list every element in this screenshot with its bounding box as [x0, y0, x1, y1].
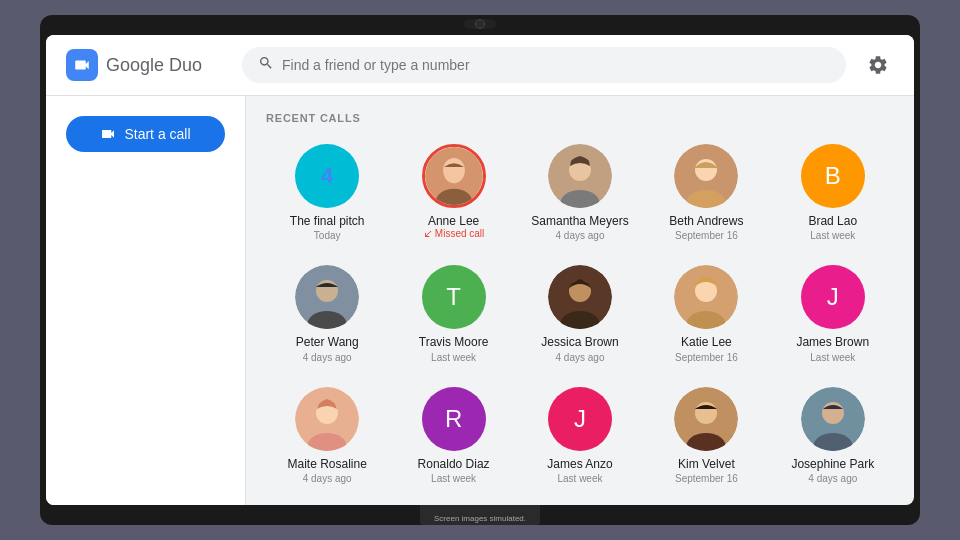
- recent-calls-title: RECENT CALLS: [266, 112, 894, 124]
- app-logo-text: Google Duo: [106, 55, 202, 76]
- contacts-grid: 4 The final pitch Today Anne Lee Missed …: [266, 136, 894, 492]
- contact-name-maite-rosaline: Maite Rosaline: [288, 457, 367, 471]
- contact-info-beth-andrews: September 16: [675, 230, 738, 241]
- avatar-josephine-park: [801, 387, 865, 451]
- contact-info-kim-velvet: September 16: [675, 473, 738, 484]
- contact-info-the-final-pitch: Today: [314, 230, 341, 241]
- avatar-anne-lee: [422, 144, 486, 208]
- avatar-peter-wang: [295, 265, 359, 329]
- avatar-katie-lee: [674, 265, 738, 329]
- contact-item-josephine-park[interactable]: Josephine Park 4 days ago: [772, 379, 894, 492]
- contact-item-anne-lee[interactable]: Anne Lee Missed call: [392, 136, 514, 249]
- avatar-kim-velvet: [674, 387, 738, 451]
- contact-item-jessica-brown[interactable]: Jessica Brown 4 days ago: [519, 257, 641, 370]
- contact-info-maite-rosaline: 4 days ago: [303, 473, 352, 484]
- app-header: Google Duo: [46, 35, 914, 96]
- contact-item-the-final-pitch[interactable]: 4 The final pitch Today: [266, 136, 388, 249]
- contact-info-brad-lao: Last week: [810, 230, 855, 241]
- contact-item-ronaldo-diaz[interactable]: R Ronaldo Diaz Last week: [392, 379, 514, 492]
- avatar-the-final-pitch: 4: [295, 144, 359, 208]
- missed-call-indicator: Missed call: [423, 228, 484, 239]
- contact-name-beth-andrews: Beth Andrews: [669, 214, 743, 228]
- contact-info-samantha-meyers: 4 days ago: [556, 230, 605, 241]
- avatar-ronaldo-diaz: R: [422, 387, 486, 451]
- contact-info-peter-wang: 4 days ago: [303, 352, 352, 363]
- avatar-beth-andrews: [674, 144, 738, 208]
- contact-item-james-brown[interactable]: J James Brown Last week: [772, 257, 894, 370]
- tv-frame: Google Duo: [40, 15, 920, 525]
- svg-point-3: [444, 159, 464, 179]
- contact-name-ronaldo-diaz: Ronaldo Diaz: [418, 457, 490, 471]
- contact-name-brad-lao: Brad Lao: [808, 214, 857, 228]
- tv-camera: [464, 19, 496, 29]
- start-call-label: Start a call: [124, 126, 190, 142]
- contact-info-travis-moore: Last week: [431, 352, 476, 363]
- contact-item-maite-rosaline[interactable]: Maite Rosaline 4 days ago: [266, 379, 388, 492]
- contact-name-travis-moore: Travis Moore: [419, 335, 489, 349]
- avatar-james-anzo: J: [548, 387, 612, 451]
- contact-name-jessica-brown: Jessica Brown: [541, 335, 618, 349]
- contact-name-kim-velvet: Kim Velvet: [678, 457, 735, 471]
- contact-info-james-brown: Last week: [810, 352, 855, 363]
- contact-name-the-final-pitch: The final pitch: [290, 214, 365, 228]
- contact-item-kim-velvet[interactable]: Kim Velvet September 16: [645, 379, 767, 492]
- contact-name-james-brown: James Brown: [796, 335, 869, 349]
- avatar-travis-moore: T: [422, 265, 486, 329]
- contact-name-peter-wang: Peter Wang: [296, 335, 359, 349]
- contact-item-travis-moore[interactable]: T Travis Moore Last week: [392, 257, 514, 370]
- search-icon: [258, 55, 274, 75]
- logo-area: Google Duo: [66, 49, 226, 81]
- contact-item-brad-lao[interactable]: B Brad Lao Last week: [772, 136, 894, 249]
- contact-info-ronaldo-diaz: Last week: [431, 473, 476, 484]
- contact-item-beth-andrews[interactable]: Beth Andrews September 16: [645, 136, 767, 249]
- contact-name-katie-lee: Katie Lee: [681, 335, 732, 349]
- contact-name-samantha-meyers: Samantha Meyers: [531, 214, 628, 228]
- avatar-jessica-brown: [548, 265, 612, 329]
- tv-screen: Google Duo: [46, 35, 914, 505]
- contact-item-samantha-meyers[interactable]: Samantha Meyers 4 days ago: [519, 136, 641, 249]
- search-bar[interactable]: [242, 47, 846, 83]
- contact-item-peter-wang[interactable]: Peter Wang 4 days ago: [266, 257, 388, 370]
- app-logo-icon: [66, 49, 98, 81]
- contact-info-josephine-park: 4 days ago: [808, 473, 857, 484]
- main-content: RECENT CALLS 4 The final pitch Today Ann…: [246, 96, 914, 505]
- app-body: Start a call RECENT CALLS 4 The final pi…: [46, 96, 914, 505]
- avatar-james-brown: J: [801, 265, 865, 329]
- avatar-maite-rosaline: [295, 387, 359, 451]
- avatar-samantha-meyers: [548, 144, 612, 208]
- contact-info-katie-lee: September 16: [675, 352, 738, 363]
- contact-info-jessica-brown: 4 days ago: [556, 352, 605, 363]
- contact-item-james-anzo[interactable]: J James Anzo Last week: [519, 379, 641, 492]
- avatar-brad-lao: B: [801, 144, 865, 208]
- contact-item-katie-lee[interactable]: Katie Lee September 16: [645, 257, 767, 370]
- contact-name-anne-lee: Anne Lee: [428, 214, 479, 228]
- start-call-button[interactable]: Start a call: [66, 116, 225, 152]
- search-input[interactable]: [282, 57, 830, 73]
- contact-info-james-anzo: Last week: [557, 473, 602, 484]
- settings-icon[interactable]: [862, 49, 894, 81]
- contact-name-james-anzo: James Anzo: [547, 457, 612, 471]
- sidebar: Start a call: [46, 96, 246, 505]
- contact-name-josephine-park: Josephine Park: [791, 457, 874, 471]
